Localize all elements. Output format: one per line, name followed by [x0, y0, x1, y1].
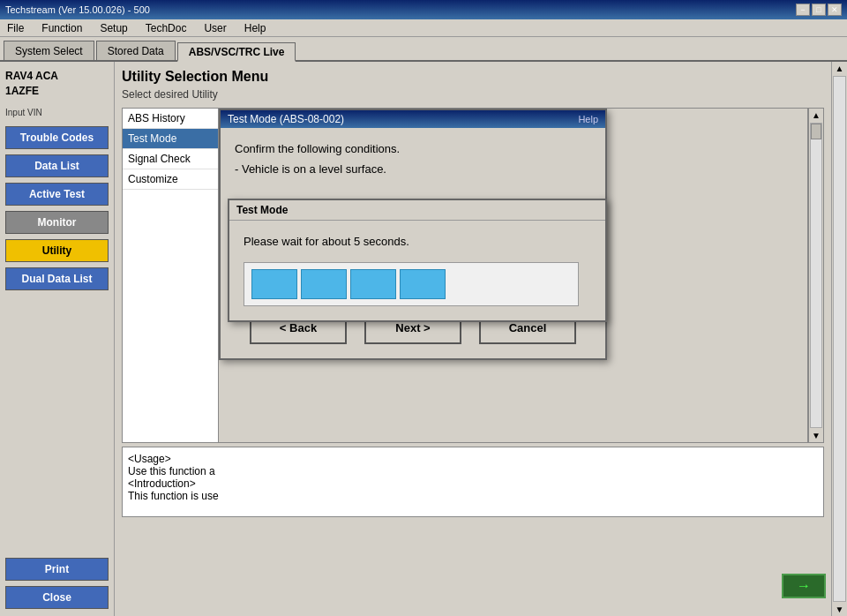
main-dialog-title: Test Mode (ABS-08-002) — [228, 113, 344, 125]
input-vin-label: Input VIN — [5, 108, 109, 117]
progress-block-1 — [251, 269, 297, 299]
confirm-text: Confirm the following conditions. — [235, 142, 591, 155]
sidebar-bottom: Print Close — [5, 558, 109, 609]
help-link[interactable]: Help — [578, 114, 598, 124]
title-bar-buttons: − □ ✕ — [796, 4, 842, 16]
utility-item-customize[interactable]: Customize — [123, 169, 218, 190]
far-right-scroll-up[interactable]: ▲ — [832, 62, 847, 75]
modal-overlay: Test Mode (ABS-08-002) Help Confirm the … — [219, 109, 807, 442]
next-arrow-icon: → — [797, 578, 811, 594]
menu-setup[interactable]: Setup — [96, 22, 131, 34]
dual-data-list-button[interactable]: Dual Data List — [5, 267, 109, 290]
condition-text: - Vehicle is on a level surface. — [235, 162, 591, 176]
right-scroll-panel: ▲ ▼ — [808, 108, 824, 443]
utility-item-test-mode[interactable]: Test Mode — [123, 129, 218, 149]
progress-block-2 — [301, 269, 347, 299]
tab-bar: System Select Stored Data ABS/VSC/TRC Li… — [0, 37, 847, 62]
menu-file[interactable]: File — [4, 22, 27, 34]
scroll-up-button[interactable]: ▲ — [810, 109, 822, 122]
car-line1: RAV4 ACA — [5, 69, 109, 84]
tab-system-select[interactable]: System Select — [4, 41, 94, 60]
menu-user[interactable]: User — [200, 22, 229, 34]
utility-list-area: ABS History Test Mode Signal Check Custo… — [122, 108, 824, 443]
progress-block-3 — [350, 269, 396, 299]
trouble-codes-button[interactable]: Trouble Codes — [5, 126, 109, 149]
next-arrow-button[interactable]: → — [782, 574, 826, 598]
utility-item-abs-history[interactable]: ABS History — [123, 109, 218, 129]
scroll-thumb[interactable] — [811, 124, 821, 139]
close-window-button[interactable]: Close — [5, 586, 109, 609]
utility-panel: Utility Selection Menu Select desired Ut… — [115, 62, 831, 616]
main-dialog-content: Confirm the following conditions. - Vehi… — [221, 128, 605, 193]
minimize-button[interactable]: − — [796, 4, 810, 16]
progress-bar — [244, 262, 579, 306]
far-right-scroll-down[interactable]: ▼ — [832, 603, 847, 616]
close-button[interactable]: ✕ — [828, 4, 842, 16]
intro-text: This function is use — [128, 490, 818, 502]
tab-stored-data[interactable]: Stored Data — [96, 41, 176, 60]
print-button[interactable]: Print — [5, 558, 109, 581]
utility-subtitle: Select desired Utility — [122, 88, 824, 101]
scroll-track — [810, 123, 822, 428]
intro-label: <Introduction> — [128, 477, 818, 490]
tab-abs-vsc-trc-live[interactable]: ABS/VSC/TRC Live — [177, 42, 296, 62]
menu-bar: File Function Setup TechDoc User Help — [0, 19, 847, 37]
far-right-scroll-track — [833, 76, 846, 602]
window-title: Techstream (Ver 15.00.026) - 500 — [5, 4, 150, 15]
description-area: Test Mode (ABS-08-002) Help Confirm the … — [219, 108, 808, 443]
utility-title: Utility Selection Menu — [122, 69, 824, 85]
main-content: RAV4 ACA 1AZFE Input VIN Trouble Codes D… — [0, 62, 847, 616]
menu-help[interactable]: Help — [241, 22, 270, 34]
active-test-button[interactable]: Active Test — [5, 183, 109, 206]
utility-list: ABS History Test Mode Signal Check Custo… — [122, 108, 219, 443]
progress-block-4 — [400, 269, 446, 299]
main-dialog[interactable]: Test Mode (ABS-08-002) Help Confirm the … — [219, 109, 607, 360]
info-text-area: <Usage> Use this function a <Introductio… — [122, 447, 824, 517]
utility-button[interactable]: Utility — [5, 239, 109, 262]
sidebar: RAV4 ACA 1AZFE Input VIN Trouble Codes D… — [0, 62, 115, 616]
main-dialog-title-bar: Test Mode (ABS-08-002) Help — [221, 110, 605, 128]
title-bar: Techstream (Ver 15.00.026) - 500 − □ ✕ — [0, 0, 847, 19]
usage-text: Use this function a — [128, 465, 818, 477]
maximize-button[interactable]: □ — [812, 4, 826, 16]
menu-techdoc[interactable]: TechDoc — [142, 22, 191, 34]
car-line2: 1AZFE — [5, 84, 109, 99]
progress-content: Please wait for about 5 seconds. — [229, 221, 605, 320]
usage-label: <Usage> — [128, 453, 818, 465]
progress-dialog[interactable]: Test Mode Please wait for about 5 second… — [228, 199, 607, 322]
progress-title-bar: Test Mode — [229, 200, 605, 221]
utility-item-signal-check[interactable]: Signal Check — [123, 149, 218, 169]
data-list-button[interactable]: Data List — [5, 154, 109, 177]
car-info: RAV4 ACA 1AZFE — [5, 69, 109, 99]
scroll-down-button[interactable]: ▼ — [810, 429, 822, 442]
monitor-button[interactable]: Monitor — [5, 211, 109, 234]
wait-text: Please wait for about 5 seconds. — [244, 235, 591, 248]
progress-title: Test Mode — [236, 204, 288, 216]
menu-function[interactable]: Function — [38, 22, 86, 34]
far-right-scroll: ▲ ▼ — [831, 62, 847, 616]
content-area: Utility Selection Menu Select desired Ut… — [115, 62, 831, 616]
